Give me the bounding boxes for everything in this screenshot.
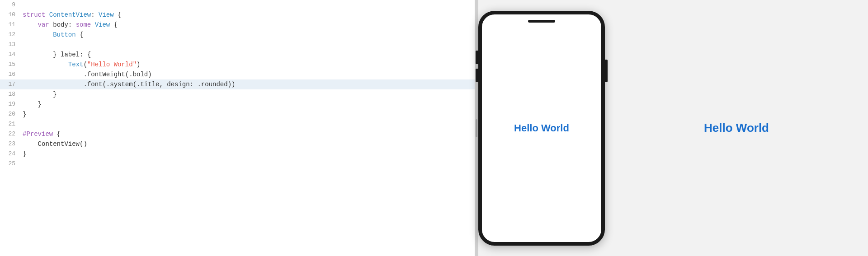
type-view: View: [99, 11, 114, 19]
line-number-9: 9: [0, 0, 23, 10]
code-line-25: 25: [0, 159, 475, 169]
line-content-10: struct ContentView: View {: [23, 10, 475, 20]
line-number-10: 10: [0, 10, 23, 20]
code-line-13: 13: [0, 40, 475, 50]
code-line-24: 24 }: [0, 149, 475, 159]
line-content-14: } label: {: [23, 50, 475, 60]
code-line-20: 20 }: [0, 109, 475, 119]
code-line-16: 16 .fontWeight(.bold): [0, 70, 475, 79]
code-line-19: 19 }: [0, 99, 475, 109]
device-button-right: [605, 60, 608, 82]
line-content-22: #Preview {: [23, 129, 475, 139]
line-number-22: 22: [0, 129, 23, 139]
code-line-10: 10 struct ContentView: View {: [0, 10, 475, 20]
line-content-15: Text("Hello World"): [23, 60, 475, 70]
hello-world-preview-in-device: Hello World: [514, 122, 569, 134]
line-number-15: 15: [0, 60, 23, 70]
line-number-18: 18: [0, 89, 23, 99]
code-area: 9 10 struct ContentView: View { 11 var b…: [0, 0, 475, 256]
device-button-left-1: [476, 51, 478, 64]
device-frame: Hello World: [478, 11, 605, 246]
line-number-17: 17: [0, 79, 23, 89]
string-hello-world: "Hello World": [87, 61, 137, 68]
line-number-16: 16: [0, 70, 23, 79]
type-text: Text: [68, 61, 84, 68]
panel-divider[interactable]: [475, 0, 478, 256]
line-number-20: 20: [0, 109, 23, 119]
preview-panel: Hello World Hello World: [478, 0, 868, 256]
code-line-17: 17 .font(.system(.title, design: .rounde…: [0, 79, 475, 89]
divider-handle: [476, 119, 477, 137]
code-line-12: 12 Button {: [0, 30, 475, 40]
line-content-16: .fontWeight(.bold): [23, 70, 475, 79]
code-line-21: 21: [0, 119, 475, 129]
code-line-14: 14 } label: {: [0, 50, 475, 60]
line-content-19: }: [23, 99, 475, 109]
line-content-12: Button {: [23, 30, 475, 40]
keyword-some: some: [76, 21, 91, 28]
type-button: Button: [53, 31, 75, 38]
code-line-23: 23 ContentView(): [0, 139, 475, 149]
keyword-var: var: [38, 21, 49, 28]
keyword-preview: #Preview: [23, 130, 53, 138]
line-content-20: }: [23, 109, 475, 119]
editor-panel[interactable]: 9 10 struct ContentView: View { 11 var b…: [0, 0, 475, 256]
line-number-19: 19: [0, 99, 23, 109]
line-number-23: 23: [0, 139, 23, 149]
hello-world-standalone: Hello World: [704, 121, 769, 135]
keyword-struct: struct: [23, 11, 49, 19]
preview-right-area: Hello World: [605, 0, 868, 256]
code-line-18: 18 }: [0, 89, 475, 99]
type-contentview: ContentView: [49, 11, 91, 19]
device-button-left-2: [476, 69, 478, 82]
code-line-22: 22 #Preview {: [0, 129, 475, 139]
line-content-23: ContentView(): [23, 139, 475, 149]
code-line-15: 15 Text("Hello World"): [0, 60, 475, 70]
line-number-21: 21: [0, 119, 23, 129]
line-content-24: }: [23, 149, 475, 159]
line-number-25: 25: [0, 159, 23, 169]
line-content-18: }: [23, 89, 475, 99]
code-line-9: 9: [0, 0, 475, 10]
line-content-11: var body: some View {: [23, 20, 475, 30]
code-line-11: 11 var body: some View {: [0, 20, 475, 30]
line-number-13: 13: [0, 40, 23, 50]
line-number-12: 12: [0, 30, 23, 40]
line-number-24: 24: [0, 149, 23, 159]
line-number-11: 11: [0, 20, 23, 30]
line-number-14: 14: [0, 50, 23, 60]
line-content-17: .font(.system(.title, design: .rounded)): [23, 79, 475, 89]
type-view-2: View: [95, 21, 110, 28]
